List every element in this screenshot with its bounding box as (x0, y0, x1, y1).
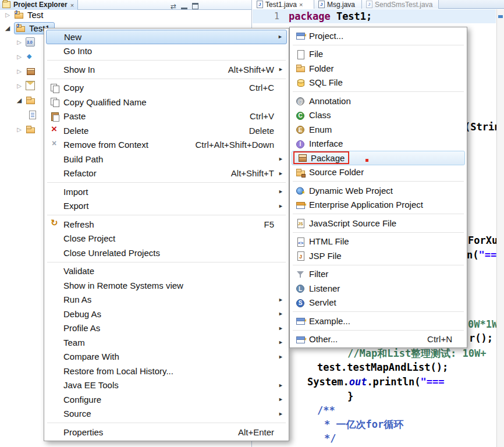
class-icon (296, 112, 304, 120)
menu-item-refactor[interactable]: RefactorAlt+Shift+T (46, 166, 287, 181)
submenu-item-other[interactable]: Other...Ctrl+N (292, 332, 465, 347)
tree-item-child[interactable] (15, 49, 35, 63)
submenu-item-servlet[interactable]: Servlet (292, 296, 465, 310)
expand-arrow-icon[interactable] (15, 83, 23, 89)
menu-item-configure[interactable]: Configure (46, 392, 287, 407)
expand-arrow-icon[interactable] (15, 68, 23, 74)
tree-item-child[interactable] (15, 93, 35, 107)
submenu-item-folder[interactable]: Folder (292, 61, 465, 76)
editor-tab-test1-java[interactable]: Test1.java (253, 0, 314, 9)
menu-item-run-as[interactable]: Run As (46, 293, 287, 307)
javadoc-body: * 一亿次for循环 (324, 417, 403, 431)
submenu-item-project[interactable]: Project... (292, 29, 465, 43)
submenu-item-filter[interactable]: Filter (292, 267, 465, 282)
eclipse-window: Project Explorer Test Test1 (0, 0, 504, 447)
menu-item-copy[interactable]: CopyCtrl+C (46, 81, 287, 95)
menu-item-properties[interactable]: PropertiesAlt+Enter (46, 425, 287, 439)
code-text: Test1; (331, 9, 372, 23)
expand-arrow-icon[interactable] (15, 54, 23, 60)
menu-separator (293, 91, 464, 92)
tab-close-icon[interactable] (299, 1, 303, 9)
submenu-item-enum[interactable]: Enum (292, 122, 465, 137)
submenu-item-jsp-file[interactable]: JSP File (292, 249, 465, 263)
annotation-marker (498, 15, 503, 18)
menu-item-compare-with[interactable]: Compare With (46, 350, 287, 364)
menu-item-build-path[interactable]: Build Path (46, 152, 287, 166)
menu-item-export[interactable]: Export (46, 199, 287, 214)
jsp-file-icon (296, 251, 305, 260)
submenu-item-enterprise-application-project[interactable]: Enterprise Application Project (292, 198, 465, 212)
tree-item-child[interactable] (15, 64, 35, 78)
example-wizard-icon (296, 316, 305, 325)
menu-item-refresh[interactable]: RefreshF5 (46, 217, 287, 232)
menu-item-go-into[interactable]: Go Into (46, 44, 287, 59)
menu-separator (47, 79, 286, 79)
menu-separator (47, 215, 286, 215)
new-submenu: Project... File Folder SQL File Annotati… (289, 27, 467, 348)
menu-item-new[interactable]: New (46, 30, 287, 44)
javadoc-close: */ (324, 431, 336, 445)
menu-item-close-project[interactable]: Close Project (46, 232, 287, 246)
collapse-arrow-icon[interactable] (3, 24, 12, 32)
menu-item-paste[interactable]: PasteCtrl+V (46, 109, 287, 124)
submenu-item-file[interactable]: File (292, 47, 465, 62)
java-project-icon (16, 23, 25, 33)
menu-item-java-ee-tools[interactable]: Java EE Tools (46, 378, 287, 393)
submenu-item-source-folder[interactable]: Source Folder (292, 165, 465, 180)
overview-ruler[interactable] (496, 9, 504, 447)
java-file-icon (366, 1, 372, 8)
submenu-item-interface[interactable]: Interface (292, 137, 465, 151)
menu-item-import[interactable]: Import (46, 185, 287, 199)
submenu-item-sql-file[interactable]: SQL File (292, 76, 465, 90)
expand-arrow-icon[interactable] (15, 126, 23, 133)
collapse-arrow-icon[interactable] (15, 97, 23, 104)
view-close-icon[interactable] (70, 0, 74, 10)
menu-item-show-in-remote-systems-view[interactable]: Show in Remote Systems view (46, 278, 287, 293)
menu-item-validate[interactable]: Validate (46, 264, 287, 279)
menu-item-delete[interactable]: DeleteDelete (46, 123, 287, 138)
editor-tab-sendsmstest-java[interactable]: SendSmsTest.java (362, 0, 439, 9)
submenu-item-javascript-source-file[interactable]: JavaScript Source File (292, 216, 465, 230)
tree-item-child[interactable] (15, 122, 35, 136)
submenu-item-dynamic-web-project[interactable]: Dynamic Web Project (292, 183, 465, 198)
referenced-libraries-icon (26, 52, 35, 61)
menu-item-close-unrelated-projects[interactable]: Close Unrelated Projects (46, 246, 287, 260)
submenu-item-example[interactable]: Example... (292, 314, 465, 328)
mini-package-icon (301, 174, 306, 178)
menu-item-profile-as[interactable]: Profile As (46, 321, 287, 336)
tree-item-child[interactable] (28, 108, 36, 122)
menu-item-restore-from-local-history[interactable]: Restore from Local History... (46, 364, 287, 378)
editor-tab-msg-java[interactable]: Msg.java (314, 0, 362, 9)
menu-item-copy-qualified-name[interactable]: Copy Qualified Name (46, 95, 287, 109)
menu-item-source[interactable]: Source (46, 407, 287, 421)
line-number: 1 (253, 11, 279, 22)
menu-separator (47, 182, 286, 183)
submenu-item-html-file[interactable]: HTML File (292, 235, 465, 249)
delete-icon (50, 126, 59, 135)
menu-separator (293, 45, 464, 45)
tree-item-child[interactable] (15, 35, 35, 49)
code-statement: System.out.println("=== (307, 375, 444, 389)
minimize-icon[interactable] (181, 3, 187, 9)
menu-separator (293, 265, 464, 265)
expand-arrow-icon[interactable] (15, 39, 23, 45)
link-with-editor-icon[interactable] (171, 1, 176, 11)
menu-item-debug-as[interactable]: Debug As (46, 307, 287, 321)
menu-item-remove-from-context[interactable]: Remove from ContextCtrl+Alt+Shift+Down (46, 138, 287, 152)
maximize-icon[interactable] (192, 3, 198, 9)
tree-item-test[interactable]: Test (3, 8, 45, 22)
code-comment: //Map和List整理测试: 10W+ (347, 346, 487, 360)
menu-item-team[interactable]: Team (46, 335, 287, 350)
submenu-item-listener[interactable]: Listener (292, 281, 465, 296)
expand-arrow-icon[interactable] (3, 12, 12, 18)
resource-icon (26, 81, 35, 90)
submenu-item-package[interactable]: Package (292, 151, 465, 165)
code-fragment: ForXu (468, 233, 498, 247)
submenu-item-class[interactable]: Class (292, 108, 465, 123)
other-wizard-icon (296, 335, 305, 344)
menu-item-show-in[interactable]: Show InAlt+Shift+W (46, 62, 287, 77)
filter-icon (296, 269, 305, 279)
tree-item-child[interactable] (15, 79, 35, 93)
red-annotation-dot (365, 159, 368, 162)
submenu-item-annotation[interactable]: Annotation (292, 94, 465, 108)
